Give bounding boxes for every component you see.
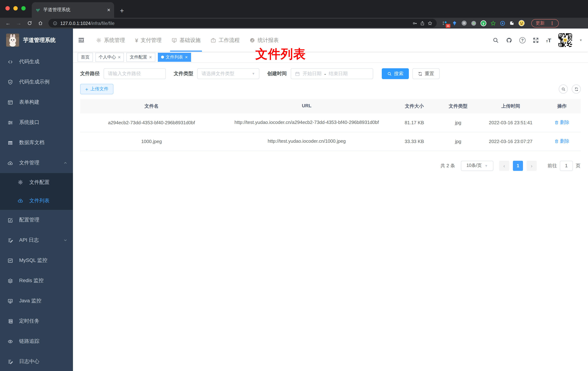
tag-文件列表[interactable]: 文件列表✕: [158, 53, 191, 62]
password-key-icon[interactable]: [412, 21, 417, 25]
extension-y-icon[interactable]: y: [480, 20, 486, 26]
toggle-search-button[interactable]: [559, 85, 568, 94]
tag-文件配置[interactable]: 文件配置✕: [126, 53, 155, 62]
gauge-icon: [250, 37, 255, 43]
submenu-file-mgr: 文件配置文件列表: [0, 173, 73, 210]
extension-diamond-icon[interactable]: 11: [442, 21, 448, 26]
tab-close-icon[interactable]: ✕: [107, 7, 111, 12]
tag-close-icon[interactable]: ✕: [185, 55, 188, 59]
maximize-window-button[interactable]: [21, 6, 26, 11]
sidebar-item-sys-api[interactable]: 系统接口: [0, 112, 73, 133]
delete-button[interactable]: 删除: [555, 138, 569, 145]
cloud-download-icon: [8, 160, 13, 166]
sidebar-item-file-list[interactable]: 文件列表: [0, 191, 73, 210]
date-range-picker[interactable]: 开始日期 - 结束日期: [291, 68, 373, 79]
sidebar-item-config-mgr[interactable]: 配置管理: [0, 210, 73, 230]
sidebar-item-job[interactable]: 定时任务: [0, 311, 73, 331]
tag-close-icon[interactable]: ✕: [118, 55, 121, 59]
chrome-menu-icon[interactable]: ⋮: [550, 21, 554, 26]
sidebar-item-code-gen[interactable]: 代码生成: [0, 52, 73, 72]
file-type-select[interactable]: 请选择文件类型▼: [197, 68, 259, 79]
sidebar-item-label: 代码生成示例: [19, 79, 67, 85]
page-number-1[interactable]: 1: [513, 160, 523, 171]
tag-close-icon[interactable]: ✕: [149, 55, 152, 59]
upload-file-button[interactable]: + 上传文件: [80, 84, 113, 94]
sidebar-item-label: 链路追踪: [19, 338, 67, 345]
bookmark-star-icon[interactable]: [428, 21, 432, 25]
font-size-icon[interactable]: тT: [546, 37, 551, 43]
extension-puzzle-icon[interactable]: [509, 21, 514, 26]
share-icon[interactable]: [420, 21, 425, 25]
sidebar-item-log-center[interactable]: 日志中心: [0, 351, 73, 371]
reset-button[interactable]: 重置: [412, 68, 440, 79]
refresh-table-button[interactable]: [572, 85, 581, 94]
top-nav-infra[interactable]: 基础设施: [168, 29, 204, 52]
cloud-upload-icon: [18, 198, 23, 203]
fullscreen-icon[interactable]: [533, 37, 539, 43]
close-window-button[interactable]: [5, 6, 10, 11]
sidebar-item-code-demo[interactable]: 代码生成示例: [0, 72, 73, 92]
sidebar-item-java[interactable]: Java 监控: [0, 291, 73, 311]
search-button[interactable]: 搜索: [382, 68, 409, 79]
extension-dot-icon[interactable]: [471, 21, 476, 26]
help-icon[interactable]: ?: [519, 37, 525, 43]
top-nav-label: 系统管理: [104, 37, 125, 43]
top-nav-label: 支付管理: [141, 37, 162, 43]
reload-icon[interactable]: [25, 21, 34, 26]
extension-gem-icon[interactable]: [452, 21, 457, 26]
date-start-placeholder: 开始日期: [303, 70, 321, 77]
tag-个人中心[interactable]: 个人中心✕: [95, 53, 124, 62]
app-logo-row[interactable]: 芋道管理系统: [0, 29, 73, 52]
top-nav-system[interactable]: 系统管理: [93, 29, 129, 52]
home-icon[interactable]: [36, 21, 45, 26]
sidebar-item-label: 文件列表: [29, 197, 67, 204]
qr-avatar[interactable]: [558, 33, 572, 47]
extension-command-icon[interactable]: ⌘: [461, 20, 467, 26]
sidebar-item-mysql[interactable]: MySQL 监控: [0, 250, 73, 271]
new-tab-button[interactable]: +: [120, 7, 124, 15]
monitor-bars-icon: [8, 298, 13, 304]
column-header-1: URL: [223, 99, 391, 113]
url-bar[interactable]: 127.0.0.1:1024/infra/file/file: [48, 19, 437, 27]
sidebar-item-file-mgr[interactable]: 文件管理: [0, 153, 73, 173]
menu-fold-icon[interactable]: [78, 37, 84, 43]
table-row: a294ecb2-73dd-4353-bf40-296b8931d0bfhttp…: [80, 113, 581, 132]
minimize-window-button[interactable]: [13, 6, 18, 11]
sidebar-item-label: 表单构建: [19, 99, 67, 106]
sidebar-item-label: 系统接口: [19, 119, 67, 126]
chrome-update-button[interactable]: 更新 ⋮: [531, 19, 559, 27]
search-icon[interactable]: [493, 37, 499, 43]
sidebar-item-redis[interactable]: Redis 监控: [0, 271, 73, 291]
sidebar-item-file-config[interactable]: 文件配置: [0, 173, 73, 191]
sidebar-item-trace[interactable]: 链路追踪: [0, 331, 73, 351]
forward-icon[interactable]: →: [14, 20, 23, 26]
caret-down-icon[interactable]: ▼: [579, 39, 582, 42]
sidebar-item-db-doc[interactable]: 数据库文档: [0, 133, 73, 153]
prev-page-button[interactable]: ‹: [499, 160, 509, 171]
goto-suffix: 页: [576, 162, 580, 169]
browser-tab[interactable]: 芋道管理系统 ✕: [32, 2, 114, 18]
profile-emoji-icon[interactable]: [518, 20, 525, 26]
file-path-input[interactable]: 请输入文件路径: [104, 68, 166, 79]
site-info-icon[interactable]: [53, 21, 57, 25]
svg-text:⌘: ⌘: [463, 22, 466, 25]
delete-button[interactable]: 删除: [555, 119, 569, 126]
top-nav-pay[interactable]: ¥支付管理: [131, 29, 165, 52]
github-icon[interactable]: [506, 37, 512, 43]
top-nav-workflow[interactable]: 工作流程: [207, 29, 243, 52]
sidebar-menu: 代码生成代码生成示例表单构建系统接口数据库文档文件管理文件配置文件列表配置管理A…: [0, 52, 73, 371]
tag-首页[interactable]: 首页: [78, 53, 93, 62]
sidebar-item-form-build[interactable]: 表单构建: [0, 92, 73, 112]
sidebar-item-api-log[interactable]: API 日志: [0, 230, 73, 250]
monitor-check-icon: [172, 37, 177, 43]
chevron-down-icon: ▼: [252, 72, 255, 75]
extension-star-icon[interactable]: [491, 21, 496, 26]
task-clock-icon: [8, 318, 13, 324]
page-size-select[interactable]: 10条/页 ▼: [461, 160, 493, 171]
back-icon[interactable]: ←: [4, 20, 12, 26]
favicon-plant-icon: [35, 7, 41, 12]
goto-page-input[interactable]: 1: [560, 160, 573, 171]
log-edit-icon: [8, 359, 13, 364]
extension-eye-icon[interactable]: [500, 21, 505, 26]
next-page-button[interactable]: ›: [527, 160, 537, 171]
